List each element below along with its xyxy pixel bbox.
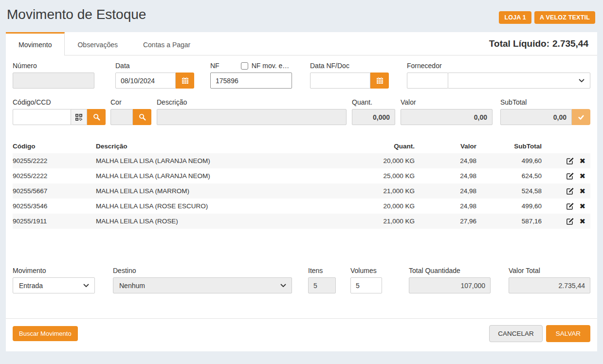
cell-codigo: 90255/1911 xyxy=(13,218,96,225)
cor-field-group: Cor xyxy=(110,98,151,125)
data-label: Data xyxy=(115,62,194,70)
cell-codigo: 90255/5667 xyxy=(13,187,96,195)
cor-input xyxy=(110,109,133,125)
fornecedor-field-group: Fornecedor xyxy=(407,62,590,89)
cell-descricao: MALHA LEILA LISA (ROSE) xyxy=(96,218,344,225)
valor-field-group: Valor xyxy=(401,98,493,125)
total-quantidade-field-group: Total Quantidade xyxy=(409,267,491,293)
cell-valor: 24,98 xyxy=(415,157,476,164)
store-button[interactable]: LOJA 1 xyxy=(499,11,531,24)
nf-input[interactable] xyxy=(210,73,292,89)
tab-contas-a-pagar[interactable]: Contas a Pagar xyxy=(130,32,203,55)
cell-subtotal: 524,58 xyxy=(476,187,542,195)
cancelar-button[interactable]: CANCELAR xyxy=(489,325,543,342)
calendar-icon xyxy=(182,77,189,84)
check-icon xyxy=(578,114,585,121)
valor-total-input xyxy=(509,277,590,293)
barcode-scan-button[interactable] xyxy=(71,109,87,125)
edit-row-button[interactable] xyxy=(566,202,574,210)
items-table-header: Código Descrição Quant. Valor SubTotal xyxy=(13,139,590,153)
edit-row-button[interactable] xyxy=(566,217,574,225)
buscar-movimento-button[interactable]: Buscar Movimento xyxy=(13,326,78,341)
nf-field-group: NF NF mov. e… xyxy=(210,62,292,89)
chevron-down-icon xyxy=(579,79,585,82)
table-row: 90255/3546 MALHA LEILA LISA (ROSE ESCURO… xyxy=(13,199,590,214)
data-nf-doc-input[interactable] xyxy=(310,73,370,89)
numero-label: Número xyxy=(13,62,94,70)
edit-row-button[interactable] xyxy=(566,187,574,195)
table-row: 90255/2222 MALHA LEILA LISA (LARANJA NEO… xyxy=(13,153,590,168)
total-quantidade-input xyxy=(409,277,491,293)
delete-row-button[interactable]: ✖ xyxy=(579,218,585,225)
cor-search-button[interactable] xyxy=(133,109,151,125)
movimento-select-value: Entrada xyxy=(19,282,43,290)
edit-row-button[interactable] xyxy=(566,157,574,165)
company-button[interactable]: A VELOZ TEXTIL xyxy=(534,11,595,24)
cell-valor: 24,98 xyxy=(415,202,476,210)
edit-row-button[interactable] xyxy=(566,172,574,180)
tabstrip: Movimento Observações Contas a Pagar Tot… xyxy=(6,32,597,55)
destino-field-group: Destino Nenhum xyxy=(113,267,292,293)
data-input[interactable] xyxy=(115,73,176,89)
destino-label: Destino xyxy=(113,267,292,275)
codigo-search-button[interactable] xyxy=(87,109,106,125)
chevron-down-icon xyxy=(83,284,89,287)
codigo-ccd-label: Código/CCD xyxy=(13,98,106,107)
cell-subtotal: 587,16 xyxy=(476,218,542,225)
cell-valor: 24,98 xyxy=(415,187,476,195)
nf-label: NF xyxy=(210,62,219,70)
tab-movimento[interactable]: Movimento xyxy=(6,32,65,55)
cell-descricao: MALHA LEILA LISA (ROSE ESCURO) xyxy=(96,202,344,210)
data-field-group: Data xyxy=(115,62,194,89)
total-liquido: Total Líquido: 2.735,44 xyxy=(489,32,597,55)
cell-quant: 25,000 KG xyxy=(344,172,415,180)
topbar-buttons: LOJA 1 A VELOZ TEXTIL xyxy=(499,7,595,24)
nf-checkbox[interactable] xyxy=(241,62,248,70)
tab-observacoes[interactable]: Observações xyxy=(65,32,130,55)
delete-row-button[interactable]: ✖ xyxy=(579,157,585,164)
topbar: Movimento de Estoque LOJA 1 A VELOZ TEXT… xyxy=(0,0,603,32)
cell-quant: 20,000 KG xyxy=(344,157,415,164)
data-calendar-button[interactable] xyxy=(176,73,194,89)
movimento-select[interactable]: Entrada xyxy=(13,277,95,293)
total-quantidade-label: Total Quantidade xyxy=(409,267,491,275)
nf-checkbox-label: NF mov. e… xyxy=(252,62,290,70)
delete-row-button[interactable]: ✖ xyxy=(579,187,585,195)
codigo-ccd-input[interactable] xyxy=(13,109,71,125)
total-liquido-label: Total Líquido: xyxy=(489,38,549,49)
items-table: Código Descrição Quant. Valor SubTotal 9… xyxy=(13,139,590,229)
valor-label: Valor xyxy=(401,98,493,107)
col-quant: Quant. xyxy=(344,143,415,150)
col-subtotal: SubTotal xyxy=(476,143,542,150)
delete-row-button[interactable]: ✖ xyxy=(579,202,585,210)
search-icon xyxy=(93,113,100,121)
quant-field-group: Quant. xyxy=(352,98,395,125)
page-title: Movimento de Estoque xyxy=(7,7,146,22)
subtotal-field-group: SubTotal xyxy=(500,98,590,125)
cell-quant: 21,000 KG xyxy=(344,187,415,195)
table-row: 90255/2222 MALHA LEILA LISA (LARANJA NEO… xyxy=(13,168,590,183)
cell-codigo: 90255/2222 xyxy=(13,172,96,180)
cell-subtotal: 499,60 xyxy=(476,157,542,164)
descricao-label: Descrição xyxy=(157,98,347,107)
quant-label: Quant. xyxy=(352,98,395,107)
salvar-button[interactable]: SALVAR xyxy=(546,325,590,342)
summary-row: Movimento Entrada Destino Nenhum Itens V… xyxy=(6,267,597,293)
data-nf-doc-calendar-button[interactable] xyxy=(370,73,389,89)
cell-valor: 24,98 xyxy=(415,172,476,180)
confirm-item-button[interactable] xyxy=(572,109,590,125)
main-card: Movimento Observações Contas a Pagar Tot… xyxy=(6,32,597,351)
cor-label: Cor xyxy=(110,98,151,107)
fornecedor-code-input[interactable] xyxy=(407,73,448,89)
cell-descricao: MALHA LEILA LISA (LARANJA NEOM) xyxy=(96,172,344,180)
cell-codigo: 90255/2222 xyxy=(13,157,96,164)
form-row-1: Número Data xyxy=(6,62,597,89)
cell-valor: 27,96 xyxy=(415,218,476,225)
table-row: 90255/5667 MALHA LEILA LISA (MARROM) 21,… xyxy=(13,183,590,199)
volumes-input[interactable] xyxy=(350,277,382,293)
fornecedor-select[interactable] xyxy=(448,73,590,89)
cell-subtotal: 624,50 xyxy=(476,172,542,180)
destino-select-value: Nenhum xyxy=(119,282,145,290)
cell-codigo: 90255/3546 xyxy=(13,202,96,210)
delete-row-button[interactable]: ✖ xyxy=(579,172,585,180)
